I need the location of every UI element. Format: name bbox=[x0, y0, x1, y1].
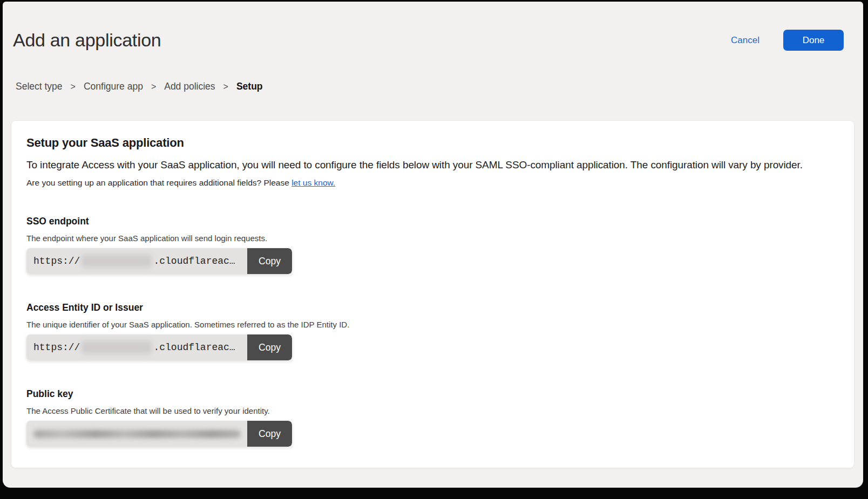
access-entity-id-value: https://.cloudflareac… bbox=[26, 334, 247, 360]
public-key-title: Public key bbox=[26, 388, 839, 400]
card-intro-text: To integrate Access with your SaaS appli… bbox=[26, 159, 839, 171]
page: Add an application Cancel Done Select ty… bbox=[3, 2, 863, 488]
sso-endpoint-url-prefix: https:// bbox=[33, 256, 80, 266]
redacted-certificate-blur bbox=[33, 430, 241, 438]
access-entity-id-copy-button[interactable]: Copy bbox=[247, 334, 292, 360]
card-note-text: Are you setting up an application that r… bbox=[26, 178, 289, 187]
breadcrumb-separator: > bbox=[223, 82, 228, 92]
breadcrumb-separator: > bbox=[151, 82, 156, 92]
redacted-team-name-blur bbox=[82, 341, 152, 354]
page-title: Add an application bbox=[13, 30, 161, 51]
access-entity-id-title: Access Entity ID or Issuer bbox=[26, 302, 839, 313]
breadcrumb-step-select-type[interactable]: Select type bbox=[16, 81, 63, 92]
card-note: Are you setting up an application that r… bbox=[26, 178, 839, 188]
public-key-value bbox=[26, 421, 247, 447]
sso-endpoint-copy-button[interactable]: Copy bbox=[247, 248, 292, 274]
breadcrumb-step-add-policies[interactable]: Add policies bbox=[164, 81, 215, 92]
breadcrumb: Select type > Configure app > Add polici… bbox=[16, 81, 863, 92]
card-title: Setup your SaaS application bbox=[26, 136, 839, 150]
page-header: Add an application Cancel Done bbox=[3, 2, 863, 51]
sso-endpoint-value: https://.cloudflareac… bbox=[26, 248, 247, 274]
access-entity-id-url-prefix: https:// bbox=[33, 342, 80, 353]
public-key-description: The Access Public Certificate that will … bbox=[26, 406, 839, 415]
public-key-field-row: Copy bbox=[26, 421, 292, 447]
redacted-team-name-blur bbox=[82, 255, 152, 268]
sso-endpoint-url-suffix: .cloudflareac… bbox=[153, 256, 235, 266]
app-window: { "header": { "title": "Add an applicati… bbox=[0, 0, 868, 499]
access-entity-id-description: The unique identifier of your SaaS appli… bbox=[26, 320, 839, 329]
access-entity-id-url-suffix: .cloudflareac… bbox=[153, 342, 235, 353]
sso-endpoint-description: The endpoint where your SaaS application… bbox=[26, 234, 839, 243]
sso-endpoint-section: SSO endpoint The endpoint where your Saa… bbox=[26, 216, 839, 274]
access-entity-id-field-row: https://.cloudflareac… Copy bbox=[26, 334, 292, 360]
sso-endpoint-field-row: https://.cloudflareac… Copy bbox=[26, 248, 292, 274]
breadcrumb-step-configure-app[interactable]: Configure app bbox=[84, 81, 143, 92]
public-key-section: Public key The Access Public Certificate… bbox=[26, 388, 839, 447]
sso-endpoint-title: SSO endpoint bbox=[26, 216, 839, 227]
setup-card: Setup your SaaS application To integrate… bbox=[11, 120, 855, 468]
cancel-button[interactable]: Cancel bbox=[731, 35, 760, 46]
done-button[interactable]: Done bbox=[783, 30, 844, 51]
header-actions: Cancel Done bbox=[731, 30, 844, 51]
breadcrumb-step-setup: Setup bbox=[236, 81, 263, 92]
let-us-know-link[interactable]: let us know. bbox=[291, 178, 335, 187]
access-entity-id-section: Access Entity ID or Issuer The unique id… bbox=[26, 302, 839, 360]
breadcrumb-separator: > bbox=[71, 82, 76, 92]
public-key-copy-button[interactable]: Copy bbox=[247, 421, 292, 447]
